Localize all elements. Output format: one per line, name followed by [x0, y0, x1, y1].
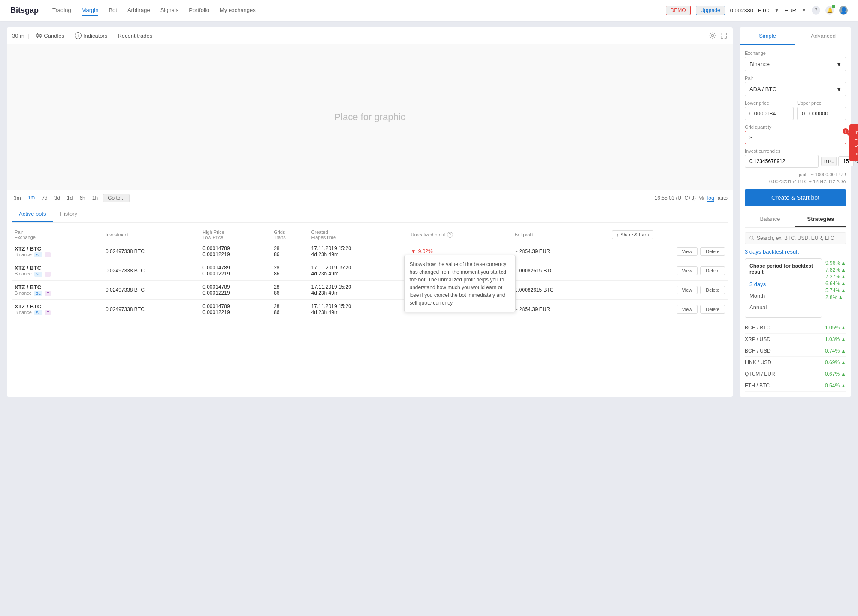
- tab-simple[interactable]: Simple: [740, 27, 795, 45]
- botprofit-cell: ~ 2854.39 EUR: [512, 242, 609, 261]
- user-avatar[interactable]: 👤: [839, 6, 848, 15]
- demo-button[interactable]: DEMO: [666, 6, 691, 15]
- view-button[interactable]: View: [677, 266, 698, 275]
- time-6h[interactable]: 6h: [78, 194, 87, 202]
- invest-group: Invest currencies BTC %: [745, 148, 846, 168]
- col-unrealized: Unrealized profit ?: [408, 228, 512, 242]
- period-annual[interactable]: Annual: [749, 302, 817, 313]
- created-cell: 17.11.2019 15:20 4d 23h 49m: [309, 300, 408, 319]
- create-start-bot-button[interactable]: Create & Start bot: [745, 189, 846, 206]
- balance-tab[interactable]: Balance: [745, 211, 795, 227]
- list-item: XRP / USD 1.03% ▲: [745, 334, 846, 345]
- result-1: 9.96% ▲: [825, 260, 846, 266]
- expand-icon[interactable]: [720, 32, 728, 39]
- action-buttons: View Delete: [612, 247, 725, 256]
- invest-label: Invest currencies: [745, 148, 846, 154]
- candles-button[interactable]: Candles: [33, 31, 68, 40]
- period-month[interactable]: Month: [749, 290, 817, 302]
- nav-trading[interactable]: Trading: [52, 5, 71, 16]
- error-tooltip: Investment does not meet Exchange minimu…: [849, 124, 858, 161]
- active-bots-tab[interactable]: Active bots: [12, 206, 53, 222]
- col-botprofit: Bot profit: [512, 228, 609, 242]
- auto-label: auto: [718, 195, 728, 201]
- table-row: XTZ / BTC Binance SL T 0.02497338 BTC 0.…: [12, 281, 728, 300]
- notifications-icon[interactable]: 🔔: [825, 6, 834, 15]
- upper-price-input[interactable]: [797, 107, 846, 120]
- right-panel: Simple Advanced Exchange Binance ▼ Pair: [740, 27, 851, 397]
- delete-button[interactable]: Delete: [700, 305, 725, 314]
- pair-name: XTZ / BTC: [15, 245, 100, 252]
- history-tab[interactable]: History: [53, 206, 84, 222]
- share-earn-button[interactable]: ↑ Share & Earn: [612, 230, 654, 239]
- navbar-right: DEMO Upgrade 0.0023801 BTC ▼ EUR ▼ ? 🔔 👤: [666, 6, 848, 15]
- nav-signals[interactable]: Signals: [160, 5, 179, 16]
- upgrade-button[interactable]: Upgrade: [696, 6, 725, 15]
- bots-table: Pair Exchange Investment High Price Low …: [12, 228, 728, 319]
- view-button[interactable]: View: [677, 286, 698, 294]
- brand-logo: Bitsgap: [10, 6, 39, 15]
- time-1m[interactable]: 1m: [26, 194, 37, 202]
- equal-label: Equal: [794, 172, 806, 177]
- price-cell: 0.00014789 0.00012219: [200, 242, 271, 261]
- help-icon[interactable]: ?: [812, 6, 820, 15]
- equal-eur: ~ 10000.00 EUR: [811, 172, 846, 177]
- bots-tabs: Active bots History: [12, 206, 728, 223]
- log-button[interactable]: log: [707, 195, 714, 202]
- chart-placeholder: Place for graphic: [334, 112, 405, 123]
- period-3days[interactable]: 3 days: [749, 278, 817, 290]
- badge-t: T: [45, 291, 51, 296]
- timeframe-label: 30 m: [12, 33, 24, 39]
- time-7d[interactable]: 7d: [40, 194, 49, 202]
- nav-margin[interactable]: Margin: [82, 5, 99, 16]
- recent-trades-button[interactable]: Recent trades: [114, 31, 156, 40]
- action-buttons: View Delete: [612, 266, 725, 275]
- recent-trades-label: Recent trades: [118, 33, 152, 39]
- nav-arbitrage[interactable]: Arbitrage: [127, 5, 150, 16]
- pair-select[interactable]: ADA / BTC ▼: [745, 82, 846, 96]
- backtest-section: Chose period for backtest result 3 days …: [745, 258, 846, 322]
- delete-button[interactable]: Delete: [700, 247, 725, 256]
- lower-price-input[interactable]: [745, 107, 794, 120]
- candles-label: Candles: [44, 33, 64, 39]
- list-item: QTUM / EUR 0.67% ▲: [745, 368, 846, 380]
- time-3m[interactable]: 3m: [12, 194, 23, 202]
- svg-rect-0: [37, 34, 38, 37]
- delete-button[interactable]: Delete: [700, 266, 725, 275]
- investment-cell: 0.02497338 BTC: [103, 242, 200, 261]
- time-1d[interactable]: 1d: [65, 194, 74, 202]
- badge-t: T: [45, 310, 51, 315]
- lower-price-group: Lower price: [745, 100, 794, 120]
- exchange-name: Binance SL T: [15, 252, 100, 257]
- backtest-results: 9.96% ▲ 7.82% ▲ 7.27% ▲ 6.64% ▲ 5.74% ▲ …: [825, 258, 846, 322]
- list-item: LINK / USD 0.69% ▲: [745, 357, 846, 368]
- grids-cell: 28 86: [271, 281, 308, 300]
- invest-input[interactable]: [745, 155, 819, 168]
- view-button[interactable]: View: [677, 305, 698, 314]
- investment-cell: 0.02497338 BTC: [103, 261, 200, 281]
- pair-group: Pair ADA / BTC ▼: [745, 75, 846, 96]
- chart-area: Place for graphic: [7, 44, 733, 190]
- time-3d[interactable]: 3d: [53, 194, 62, 202]
- strategies-tab[interactable]: Strategies: [795, 211, 846, 227]
- nav-bot[interactable]: Bot: [109, 5, 117, 16]
- view-button[interactable]: View: [677, 247, 698, 256]
- exchange-group: Exchange Binance ▼: [745, 51, 846, 71]
- unrealized-cell: ▼ 9.02% Shows how the value of the base …: [408, 242, 512, 261]
- currency-select[interactable]: EUR: [785, 7, 796, 14]
- exchange-select[interactable]: Binance ▼: [745, 57, 846, 71]
- pair-name: XTZ / BTC: [15, 284, 100, 290]
- nav-exchanges[interactable]: My exchanges: [220, 5, 256, 16]
- delete-button[interactable]: Delete: [700, 286, 725, 294]
- grid-qty-input[interactable]: [745, 131, 846, 144]
- unrealized-info-icon[interactable]: ?: [447, 232, 453, 238]
- search-input[interactable]: [757, 235, 841, 241]
- col-grids: Grids Trans: [271, 228, 308, 242]
- indicators-button[interactable]: + Indicators: [71, 31, 111, 40]
- time-1h[interactable]: 1h: [91, 194, 100, 202]
- goto-button[interactable]: Go to...: [103, 194, 129, 202]
- col-price: High Price Low Price: [200, 228, 271, 242]
- exchange-select-wrapper: Binance ▼: [745, 57, 846, 71]
- tab-advanced[interactable]: Advanced: [795, 27, 851, 45]
- nav-portfolio[interactable]: Portfolio: [189, 5, 209, 16]
- settings-icon[interactable]: [709, 32, 716, 39]
